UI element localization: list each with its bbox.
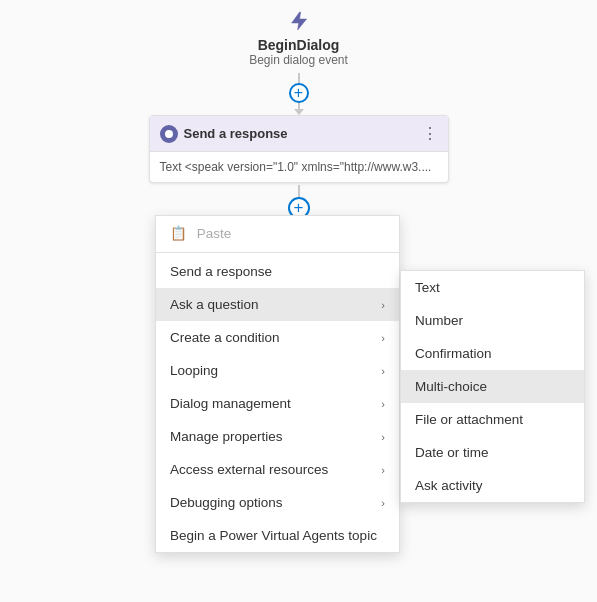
menu-item-dialog-management[interactable]: Dialog management › [156,387,399,420]
chevron-right-icon: › [381,299,385,311]
menu-divider [156,252,399,253]
context-menu: 📋 Paste Send a response Ask a question ›… [155,215,400,553]
response-card-body: Text <speak version="1.0" xmlns="http://… [150,152,448,182]
svg-point-0 [165,130,173,138]
chevron-right-icon: › [381,464,385,476]
chevron-right-icon: › [381,431,385,443]
response-card-icon [160,125,178,143]
menu-item-send-response[interactable]: Send a response [156,255,399,288]
sub-menu-item-number[interactable]: Number [401,304,584,337]
chevron-right-icon: › [381,365,385,377]
sub-menu-item-text[interactable]: Text [401,271,584,304]
add-node-button-top[interactable]: + [289,83,309,103]
menu-item-manage-properties[interactable]: Manage properties › [156,420,399,453]
sub-menu-ask-question: Text Number Confirmation Multi-choice Fi… [400,270,585,503]
menu-item-looping[interactable]: Looping › [156,354,399,387]
menu-item-access-external[interactable]: Access external resources › [156,453,399,486]
begin-dialog-title: BeginDialog [249,37,348,53]
chevron-right-icon: › [381,398,385,410]
begin-dialog-subtitle: Begin dialog event [249,53,348,67]
menu-item-create-condition[interactable]: Create a condition › [156,321,399,354]
sub-menu-item-date-time[interactable]: Date or time [401,436,584,469]
response-card: Send a response ⋮ Text <speak version="1… [149,115,449,183]
menu-item-begin-pva[interactable]: Begin a Power Virtual Agents topic [156,519,399,552]
chevron-right-icon: › [381,497,385,509]
lightning-icon [249,10,348,37]
sub-menu-item-multi-choice[interactable]: Multi-choice [401,370,584,403]
begin-dialog-node: BeginDialog Begin dialog event [249,10,348,67]
sub-menu-item-ask-activity[interactable]: Ask activity [401,469,584,502]
sub-menu-item-confirmation[interactable]: Confirmation [401,337,584,370]
menu-item-ask-question[interactable]: Ask a question › [156,288,399,321]
response-card-menu-button[interactable]: ⋮ [422,124,438,143]
menu-item-debugging[interactable]: Debugging options › [156,486,399,519]
paste-icon: 📋 [170,226,187,241]
chevron-right-icon: › [381,332,385,344]
sub-menu-item-file-attachment[interactable]: File or attachment [401,403,584,436]
response-card-header: Send a response ⋮ [150,116,448,152]
canvas: BeginDialog Begin dialog event + Send a … [0,0,597,602]
menu-item-paste[interactable]: 📋 Paste [156,216,399,250]
response-card-title: Send a response [184,126,288,141]
